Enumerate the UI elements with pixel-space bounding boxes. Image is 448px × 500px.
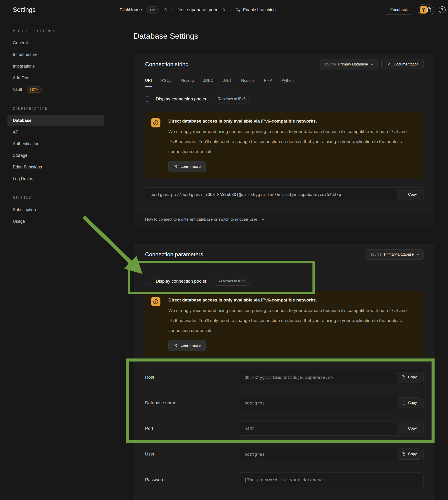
tab-jdbc[interactable]: JDBC (203, 75, 213, 87)
copy-port-button[interactable]: Copy (397, 423, 421, 434)
plan-badge: Pro (146, 6, 159, 14)
notifications-button[interactable] (418, 4, 434, 15)
connection-string-field[interactable]: postgresql://postgres:[YOUR-PASSWORD]@db… (145, 187, 424, 202)
connect-help-expander[interactable]: How to connect to a different database o… (134, 211, 434, 228)
divider (0, 190, 110, 190)
sidebar-item-add-ons[interactable]: Add Ons (7, 72, 104, 84)
chevron-updown-icon[interactable] (163, 8, 168, 12)
chevron-down-icon (416, 253, 420, 256)
connection-string-header: Connection string source Primary Databas… (134, 54, 434, 75)
password-field[interactable]: [The password for your database] (238, 472, 424, 487)
host-field[interactable]: db.cxhygiuitamxhniiddjm.supabase.co Copy (238, 370, 424, 384)
warning-icon (151, 118, 160, 127)
host-label: Host (145, 375, 238, 380)
tab-php[interactable]: PHP (264, 75, 272, 87)
warning-icon (151, 297, 160, 306)
copy-icon (401, 401, 406, 405)
help-icon[interactable]: ? (439, 6, 446, 13)
sidebar-item-integrations[interactable]: Integrations (7, 60, 104, 72)
divider (0, 101, 110, 101)
sidebar-section-billing: BILLING Subscription Usage (0, 196, 110, 227)
warning-body: We strongly recommend using connection p… (168, 127, 416, 157)
breadcrumb-separator: / (230, 7, 231, 13)
display-connection-pooler-row: Display connection pooler Resolves to IP… (145, 276, 424, 286)
breadcrumb-org[interactable]: ClickHouse (119, 7, 142, 12)
connection-string-tabs: URI PSQL Golang JDBC .NET Node.js PHP Py… (134, 75, 434, 87)
copy-host-button[interactable]: Copy (397, 372, 421, 383)
display-connection-pooler-checkbox[interactable] (145, 279, 150, 284)
sidebar-section-configuration: CONFIGURATION Database API Authenticatio… (0, 107, 110, 184)
page-title: Settings (13, 6, 36, 14)
user-label: User (145, 451, 238, 457)
divider (134, 498, 434, 498)
breadcrumb-separator: / (172, 7, 173, 13)
tab-nodejs[interactable]: Node.js (241, 75, 255, 87)
tab-golang[interactable]: Golang (181, 75, 194, 87)
resolves-to-ipv6-badge: Resolves to IPv6 (213, 277, 250, 286)
copy-connection-string-button[interactable]: Copy (397, 189, 421, 200)
database-settings-page: { "header": { "app_title": "Settings", "… (0, 0, 448, 500)
beta-badge: BETA (26, 86, 42, 93)
connection-parameters-card: Connection parameters source Primary Dat… (134, 244, 434, 500)
sidebar-item-usage[interactable]: Usage (7, 216, 104, 227)
source-select[interactable]: source Primary Database (320, 59, 378, 69)
password-label: Password (145, 477, 238, 482)
tab-uri[interactable]: URI (145, 75, 152, 87)
changelog-doc-icon (426, 7, 432, 13)
breadcrumb: ClickHouse Pro / first_supabase_peer / E… (119, 6, 276, 14)
host-row: Host db.cxhygiuitamxhniiddjm.supabase.co… (145, 370, 424, 384)
tab-python[interactable]: Python (281, 75, 294, 87)
sidebar-item-edge-functions[interactable]: Edge Functions (7, 161, 104, 173)
warning-body: We strongly recommend using connection p… (168, 305, 416, 335)
display-connection-pooler-label: Display connection pooler (156, 279, 207, 284)
external-link-icon (173, 165, 177, 169)
section-label: PROJECT SETTINGS (13, 29, 104, 33)
chevron-updown-icon[interactable] (222, 8, 226, 12)
app-header: Settings ClickHouse Pro / first_supabase… (0, 0, 448, 20)
sidebar-item-api[interactable]: API (7, 126, 104, 138)
documentation-button[interactable]: Documentation (381, 59, 424, 69)
copy-icon (401, 452, 406, 456)
chevron-down-icon (261, 217, 265, 222)
learn-more-button[interactable]: Learn more (168, 161, 206, 172)
database-settings-heading: Database Settings (134, 32, 198, 41)
chevron-down-icon (370, 63, 374, 66)
user-row: User postgres Copy (145, 447, 424, 461)
sidebar-item-log-drains[interactable]: Log Drains (7, 173, 104, 184)
copy-icon (401, 426, 406, 431)
sidebar-section-project-settings: PROJECT SETTINGS General Infrastructure … (0, 29, 110, 95)
sidebar-item-subscription[interactable]: Subscription (7, 204, 104, 216)
sidebar-item-authentication[interactable]: Authentication (7, 138, 104, 150)
display-connection-pooler-label: Display connection pooler (156, 97, 207, 101)
connection-string-value: postgresql://postgres:[YOUR-PASSWORD]@db… (150, 192, 341, 197)
sidebar-item-vault[interactable]: Vault BETA (7, 84, 104, 95)
sidebar-item-infrastructure[interactable]: Infrastructure (7, 49, 104, 60)
tab-dotnet[interactable]: .NET (223, 75, 232, 87)
sidebar-item-general[interactable]: General (7, 37, 104, 49)
warning-title: Direct database access is only available… (168, 297, 416, 303)
breadcrumb-project[interactable]: first_supabase_peer (177, 7, 218, 12)
connection-parameter-fields: Host db.cxhygiuitamxhniiddjm.supabase.co… (145, 370, 424, 487)
enable-branching-button[interactable]: Enable branching (236, 7, 276, 12)
password-row: Password [The password for your database… (145, 472, 424, 487)
external-link-icon (386, 62, 391, 67)
display-connection-pooler-row: Display connection pooler Resolves to IP… (145, 94, 424, 104)
database-name-field[interactable]: postgres Copy (238, 396, 424, 410)
display-connection-pooler-checkbox[interactable] (145, 97, 150, 101)
copy-user-button[interactable]: Copy (397, 449, 421, 460)
learn-more-button[interactable]: Learn more (168, 340, 206, 351)
tab-psql[interactable]: PSQL (161, 75, 172, 87)
section-label: BILLING (13, 196, 104, 200)
connection-string-card: Connection string source Primary Databas… (134, 54, 434, 228)
ipv6-warning-banner: Direct database access is only available… (145, 291, 424, 357)
source-select[interactable]: source Primary Database (366, 249, 424, 260)
copy-icon (401, 375, 406, 379)
feedback-button[interactable]: Feedback (385, 5, 413, 15)
sidebar-item-storage[interactable]: Storage (7, 150, 104, 161)
copy-database-name-button[interactable]: Copy (397, 397, 421, 408)
port-field[interactable]: 5432 Copy (238, 421, 424, 436)
git-branch-icon (236, 7, 240, 12)
sidebar-item-database[interactable]: Database (7, 115, 104, 126)
user-field[interactable]: postgres Copy (238, 447, 424, 461)
settings-sidebar: PROJECT SETTINGS General Infrastructure … (0, 0, 110, 500)
